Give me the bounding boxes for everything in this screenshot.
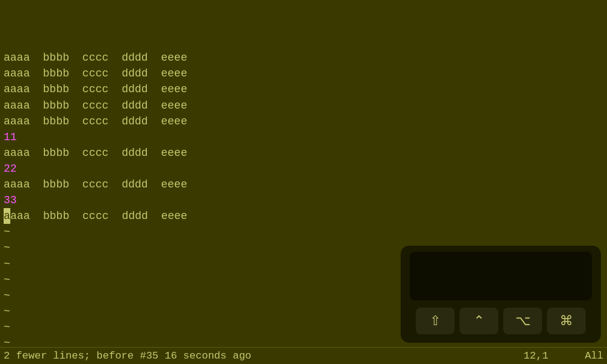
editor-line: aaaa bbbb cccc dddd eeee [4, 66, 603, 81]
scroll-mode: All [585, 350, 603, 362]
editor-line: aaaa bbbb cccc dddd eeee [4, 113, 603, 129]
status-message: 2 fewer lines; before #35 16 seconds ago [4, 350, 524, 362]
osk-alt-button[interactable]: ⌥ [503, 308, 542, 334]
cursor-position: 12,1 [524, 350, 549, 362]
osk-shift-button[interactable]: ⇧ [416, 308, 455, 334]
editor-line: ~ [4, 224, 603, 240]
editor-line: 33 [4, 192, 603, 208]
editor-line: aaaa bbbb cccc dddd eeee [4, 208, 603, 224]
editor: aaaa bbbb cccc dddd eeeeaaaa bbbb cccc d… [0, 0, 607, 364]
editor-line: aaaa bbbb cccc dddd eeee [4, 177, 603, 192]
osk-button-row: ⇧⌃⌥⌘ [416, 308, 586, 334]
editor-line: 11 [4, 129, 603, 145]
status-bar: 2 fewer lines; before #35 16 seconds ago… [0, 347, 607, 364]
on-screen-keyboard: ⇧⌃⌥⌘ [401, 246, 601, 343]
editor-line: 22 [4, 161, 603, 177]
editor-line: aaaa bbbb cccc dddd eeee [4, 50, 603, 66]
text-cursor: a [4, 208, 10, 224]
editor-line: aaaa bbbb cccc dddd eeee [4, 81, 603, 97]
osk-preview-area [410, 252, 592, 300]
editor-line: aaaa bbbb cccc dddd eeee [4, 98, 603, 113]
editor-line: aaaa bbbb cccc dddd eeee [4, 145, 603, 161]
osk-ctrl-button[interactable]: ⌃ [459, 308, 498, 334]
osk-cmd-button[interactable]: ⌘ [547, 308, 586, 334]
